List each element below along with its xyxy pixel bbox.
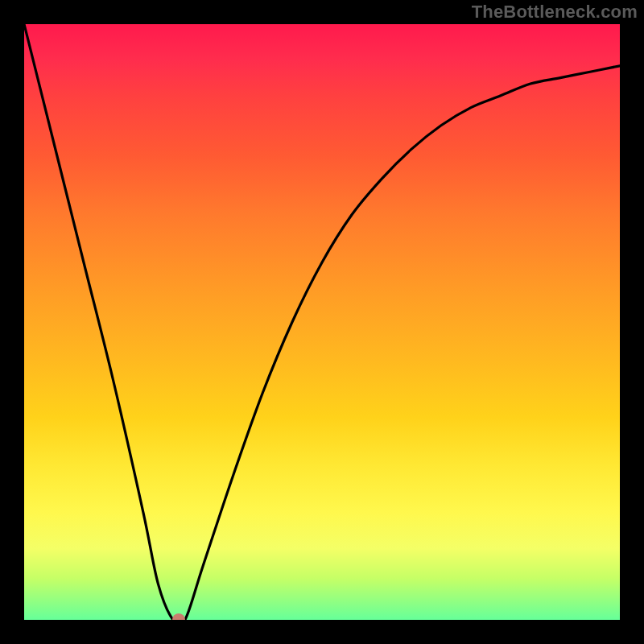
chart-frame: TheBottleneck.com [0,0,644,644]
watermark-text: TheBottleneck.com [472,2,638,23]
bottleneck-curve [24,24,620,620]
plot-area [24,24,620,620]
curve-svg [24,24,620,620]
